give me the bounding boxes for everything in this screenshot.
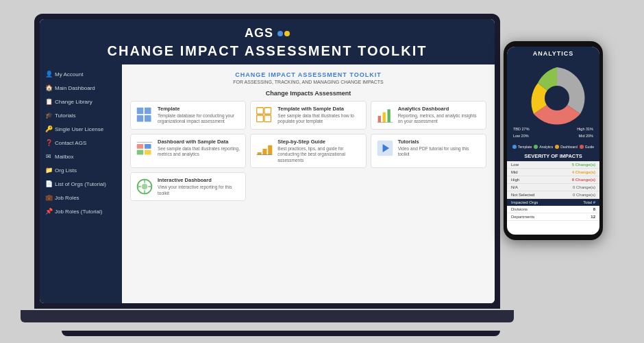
- impacted-row: Departments12: [507, 213, 599, 221]
- sidebar-item[interactable]: 👤My Account: [40, 67, 122, 81]
- legend-item: Analytics: [534, 145, 553, 149]
- sidebar-item[interactable]: 📌Job Roles (Tutorial): [40, 204, 122, 218]
- sidebar-item[interactable]: 📁Org Lists: [40, 163, 122, 177]
- severity-row: Mid4 Change(s): [507, 169, 599, 176]
- main-header-sub: FOR ASSESSING, TRACKING, AND MANAGING CH…: [130, 80, 486, 84]
- brand-text: AGS: [245, 26, 273, 40]
- legend-dot: [555, 145, 559, 149]
- svg-rect-6: [257, 115, 264, 122]
- sidebar-item[interactable]: ✉Mailbox: [40, 150, 122, 163]
- sidebar-icon: 👤: [45, 71, 52, 78]
- card-desc: Video and PDF tutorial for using this to…: [398, 146, 482, 158]
- svg-rect-4: [257, 108, 264, 115]
- phone-screen: ANALYTICS: [507, 47, 599, 235]
- impacted-rows: Divisions8Departments12: [507, 206, 599, 221]
- sidebar-label: Org Lists: [55, 167, 77, 174]
- sidebar-item[interactable]: 📋Change Library: [40, 95, 122, 108]
- card[interactable]: Interactive Dashboard View your interact…: [130, 172, 246, 201]
- svg-rect-5: [264, 108, 271, 115]
- sidebar-item[interactable]: 💼Job Roles: [40, 191, 122, 204]
- sidebar-icon: 📋: [45, 98, 52, 105]
- sidebar-item[interactable]: 🏠Main Dashboard: [40, 81, 122, 95]
- svg-rect-14: [137, 150, 144, 155]
- svg-rect-17: [258, 152, 262, 154]
- severity-row: Not Selected0 Change(s): [507, 191, 599, 199]
- svg-rect-18: [263, 149, 267, 155]
- sidebar-icon: 🔑: [45, 126, 52, 132]
- card[interactable]: Dashboard with Sample Data See sample da…: [130, 134, 246, 168]
- laptop-screen-border: AGS CHANGE IMPACT ASSESSMENT TOOLKIT 👤My…: [34, 14, 500, 309]
- card[interactable]: Tutorials Video and PDF tutorial for usi…: [371, 134, 486, 168]
- card[interactable]: Step-by-Step Guide Best practices, tips,…: [250, 134, 366, 168]
- impacted-header: Impacted Orgs Total #: [507, 199, 599, 206]
- severity-value: 5 Change(s): [572, 163, 595, 167]
- card-desc: Best practices, tips, and guide for cond…: [277, 146, 361, 163]
- severity-label: Low: [511, 163, 519, 167]
- sidebar-label: Job Roles: [55, 195, 79, 201]
- sidebar-icon: 📁: [45, 167, 52, 174]
- laptop-title-bar: AGS CHANGE IMPACT ASSESSMENT TOOLKIT: [40, 19, 495, 64]
- svg-rect-1: [145, 108, 151, 115]
- legend-item: Dashboard: [555, 145, 577, 149]
- sidebar-item[interactable]: 📄List of Orgs (Tutorial): [40, 177, 122, 191]
- pie-labels-2: Low 20% Mid 20%: [510, 132, 596, 139]
- severity-value: 0 Change(s): [573, 185, 595, 189]
- main-header: CHANGE IMPACT ASSESSMENT TOOLKIT FOR ASS…: [130, 71, 486, 84]
- severity-label: Not Selected: [511, 193, 534, 197]
- scene: AGS CHANGE IMPACT ASSESSMENT TOOLKIT 👤My…: [0, 0, 644, 343]
- impacted-col2: Total #: [583, 200, 595, 204]
- card[interactable]: Template with Sample Data See sample dat…: [250, 101, 366, 130]
- svg-rect-10: [387, 109, 390, 122]
- card-desc: See sample data that illustrates how to …: [277, 113, 361, 125]
- sidebar-item[interactable]: 🎓Tutorials: [40, 108, 122, 122]
- svg-rect-0: [137, 108, 144, 115]
- impacted-row: Divisions8: [507, 206, 599, 213]
- severity-row: N/A0 Change(s): [507, 184, 599, 191]
- svg-rect-9: [382, 113, 385, 123]
- sidebar-icon: ❓: [45, 139, 52, 146]
- severity-row: Low5 Change(s): [507, 161, 599, 169]
- legend-dot: [580, 145, 584, 149]
- laptop-base: [21, 310, 514, 322]
- legend-label: Dashboard: [560, 145, 577, 149]
- severity-label: N/A: [511, 185, 518, 189]
- sidebar-label: Main Dashboard: [55, 85, 95, 91]
- card[interactable]: Template Template database for conductin…: [130, 101, 246, 130]
- card-content: Template Template database for conductin…: [158, 106, 241, 125]
- card-title: Tutorials: [398, 139, 482, 145]
- sidebar-icon: 📌: [45, 208, 52, 215]
- legend-item: Guide: [580, 145, 594, 149]
- sidebar-icon: 🎓: [45, 112, 52, 119]
- phone-severity: SEVERITY OF IMPACTS Low5 Change(s)Mid4 C…: [507, 151, 599, 199]
- section-title: Change Impacts Assessment: [130, 90, 486, 97]
- sidebar-label: Single User License: [55, 126, 103, 132]
- legend-item: Template: [512, 145, 532, 149]
- impacted-label: Departments: [511, 215, 534, 219]
- sidebar-label: My Account: [55, 71, 83, 78]
- sidebar-item[interactable]: ❓Contact AGS: [40, 136, 122, 150]
- card-desc: Reporting, metrics, and analytic insight…: [398, 113, 482, 125]
- laptop: AGS CHANGE IMPACT ASSESSMENT TOOLKIT 👤My…: [34, 14, 528, 336]
- card-icon: [375, 139, 395, 158]
- laptop-brand: AGS: [40, 26, 495, 40]
- card[interactable]: Analytics Dashboard Reporting, metrics, …: [371, 101, 486, 130]
- card-desc: View your interactive reporting for this…: [158, 185, 241, 196]
- sidebar-icon: 🏠: [45, 84, 52, 91]
- pie-chart: [523, 64, 584, 126]
- card-desc: See sample data that illustrates reporti…: [158, 146, 241, 158]
- laptop-content: 👤My Account🏠Main Dashboard📋Change Librar…: [40, 64, 495, 303]
- phone-analytics-title: ANALYTICS: [507, 47, 599, 60]
- card-icon: [135, 139, 154, 158]
- svg-rect-12: [137, 144, 144, 149]
- impacted-label: Divisions: [511, 207, 528, 211]
- brand-dots: [277, 31, 290, 36]
- sidebar-item[interactable]: 🔑Single User License: [40, 122, 122, 136]
- severity-value: 4 Change(s): [572, 170, 595, 174]
- chart-legend: TemplateAnalyticsDashboardGuide: [507, 143, 599, 151]
- legend-dot: [512, 145, 517, 149]
- card-content: Dashboard with Sample Data See sample da…: [158, 139, 241, 158]
- card-title: Analytics Dashboard: [398, 106, 482, 112]
- main-header-title: CHANGE IMPACT ASSESSMENT TOOLKIT: [130, 71, 486, 78]
- impacted-col1: Impacted Orgs: [511, 200, 538, 204]
- card-content: Analytics Dashboard Reporting, metrics, …: [398, 106, 482, 125]
